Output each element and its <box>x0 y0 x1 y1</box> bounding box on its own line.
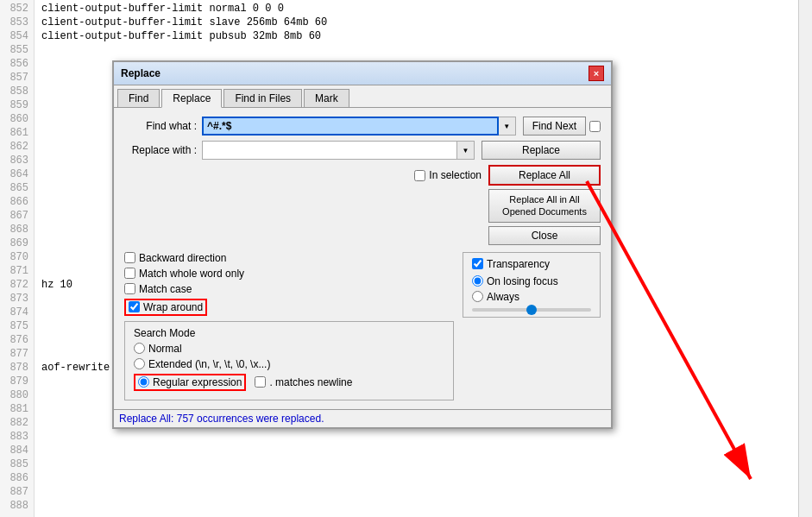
regex-mode-row: Regular expression . matches newline <box>134 374 444 391</box>
match-case-checkbox[interactable] <box>124 283 135 294</box>
always-label: Always <box>487 291 519 303</box>
options-area: Backward direction Match whole word only… <box>124 252 601 400</box>
extended-radio[interactable] <box>134 358 145 369</box>
regex-radio[interactable] <box>138 376 149 388</box>
wrap-around-checkbox[interactable] <box>129 301 140 312</box>
always-row: Always <box>472 291 591 303</box>
dialog-close-button[interactable]: × <box>589 66 604 81</box>
in-selection-label: In selection <box>429 169 482 181</box>
tab-replace[interactable]: Replace <box>161 89 222 108</box>
on-losing-focus-label: On losing focus <box>487 275 558 287</box>
wrap-around-row: Wrap around <box>124 299 454 316</box>
backward-direction-checkbox[interactable] <box>124 252 135 263</box>
replace-with-label: Replace with : <box>124 144 202 156</box>
extended-label: Extended (\n, \r, \t, \0, \x...) <box>148 358 270 370</box>
match-whole-word-row: Match whole word only <box>124 268 454 280</box>
find-what-label: Find what : <box>124 120 202 132</box>
matches-newline-checkbox[interactable] <box>255 376 266 388</box>
find-next-btn-wrap: Find Next <box>523 117 601 136</box>
tab-mark[interactable]: Mark <box>304 89 349 107</box>
replace-input-wrap: ▼ <box>202 141 475 160</box>
find-what-input[interactable] <box>202 117 499 136</box>
on-losing-focus-row: On losing focus <box>472 275 591 287</box>
normal-label: Normal <box>148 343 182 355</box>
wrap-around-highlight: Wrap around <box>124 299 207 316</box>
dialog-tabs: Find Replace Find in Files Mark <box>114 85 611 108</box>
replace-with-dropdown[interactable]: ▼ <box>457 141 475 160</box>
find-input-wrap: ▼ <box>202 117 516 136</box>
status-bar: Replace All: 757 occurrences were replac… <box>114 409 611 427</box>
transparency-title: Transparency <box>472 258 591 270</box>
find-what-dropdown[interactable]: ▼ <box>499 117 516 136</box>
dialog-titlebar: Replace × <box>114 62 611 85</box>
replace-button[interactable]: Replace <box>482 141 601 160</box>
replace-with-row: Replace with : ▼ Replace <box>124 141 601 160</box>
transparency-slider[interactable] <box>472 308 591 312</box>
dialog-content: Find what : ▼ Find Next Replace with : ▼… <box>114 108 611 409</box>
transparency-box: Transparency On losing focus Always <box>463 252 601 318</box>
match-case-label: Match case <box>139 283 192 295</box>
find-next-checkbox[interactable] <box>589 121 601 132</box>
normal-radio[interactable] <box>134 343 145 354</box>
backward-direction-label: Backward direction <box>139 252 226 264</box>
in-selection-row: In selection Replace All <box>124 165 601 186</box>
normal-mode-row: Normal <box>134 343 444 355</box>
status-text: Replace All: 757 occurrences were replac… <box>119 413 324 425</box>
replace-all-button[interactable]: Replace All <box>488 165 601 186</box>
find-what-row: Find what : ▼ Find Next <box>124 117 601 136</box>
wrap-around-label: Wrap around <box>143 301 203 313</box>
transparency-label: Transparency <box>487 258 550 270</box>
transparency-checkbox[interactable] <box>472 258 483 269</box>
slider-thumb <box>526 305 537 315</box>
replace-with-input[interactable] <box>202 141 457 160</box>
extended-mode-row: Extended (\n, \r, \t, \0, \x...) <box>134 358 444 370</box>
find-next-button[interactable]: Find Next <box>523 117 586 136</box>
options-right: Transparency On losing focus Always <box>463 252 601 400</box>
dialog-title: Replace <box>121 67 161 79</box>
search-mode-title: Search Mode <box>134 327 444 339</box>
always-radio[interactable] <box>472 291 483 302</box>
regex-label: Regular expression <box>153 376 242 388</box>
options-left: Backward direction Match whole word only… <box>124 252 454 400</box>
scrollbar[interactable] <box>798 0 812 517</box>
replace-dialog: Replace × Find Replace Find in Files Mar… <box>112 60 613 429</box>
extra-buttons-row: Replace All in All Opened Documents Clos… <box>124 189 601 245</box>
search-mode-box: Search Mode Normal Extended (\n, \r, \t,… <box>124 321 454 400</box>
match-whole-word-checkbox[interactable] <box>124 268 135 279</box>
close-button[interactable]: Close <box>488 226 601 245</box>
match-case-row: Match case <box>124 283 454 295</box>
match-whole-word-label: Match whole word only <box>139 268 244 280</box>
regex-highlight: Regular expression <box>134 374 246 391</box>
line-numbers: 8528538548558568578588598608618628638648… <box>0 0 35 517</box>
backward-direction-row: Backward direction <box>124 252 454 264</box>
matches-newline-label: . matches newline <box>269 376 352 388</box>
tab-find-in-files[interactable]: Find in Files <box>223 89 302 107</box>
in-selection-checkbox[interactable] <box>414 170 425 181</box>
replace-all-opened-button[interactable]: Replace All in All Opened Documents <box>488 189 601 223</box>
tab-find[interactable]: Find <box>117 89 160 107</box>
on-losing-focus-radio[interactable] <box>472 275 483 287</box>
